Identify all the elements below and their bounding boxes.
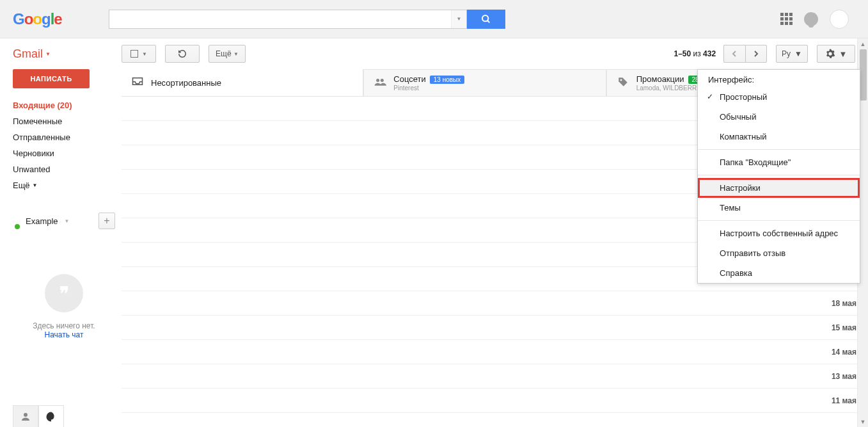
notifications-icon[interactable] [804, 12, 818, 26]
nav-list: Входящие (20) Помеченные Отправленные Че… [13, 97, 115, 193]
custom-address-menu-item[interactable]: Настроить собственный адрес [698, 223, 860, 243]
hangouts-tab[interactable] [38, 405, 64, 427]
refresh-icon [178, 49, 187, 58]
hangouts-icon: ❞ [45, 274, 83, 312]
content: Несортированные Соцсети13 новых Pinteres… [122, 69, 868, 427]
contacts-tab[interactable] [13, 405, 38, 427]
select-all-button[interactable]: ▼ [122, 45, 156, 63]
svg-point-0 [482, 15, 488, 21]
toolbar-right: 1–50 из 432 Ру▼ ▼ [674, 45, 868, 63]
bottom-tabs [13, 405, 64, 427]
hangouts-header: Example ▼ + [13, 213, 115, 229]
density-comfortable[interactable]: Просторный [698, 87, 860, 107]
search-options-dropdown[interactable]: ▼ [451, 10, 466, 28]
email-row[interactable]: 11 мая [122, 389, 868, 413]
account-avatar[interactable] [830, 10, 849, 29]
search-box: ▼ [109, 10, 467, 29]
dropdown-header: Интерфейс: [698, 70, 860, 87]
hangouts-chat-icon [45, 411, 57, 423]
tag-icon [616, 76, 630, 90]
scroll-up-icon[interactable]: ▲ [858, 38, 868, 49]
nav-starred[interactable]: Помеченные [13, 113, 115, 129]
settings-menu-item[interactable]: Настройки [698, 178, 860, 198]
gmail-label[interactable]: Gmail▼ [13, 47, 122, 61]
refresh-button[interactable] [165, 45, 200, 63]
email-row[interactable]: 14 мая [122, 340, 868, 364]
compose-button[interactable]: НАПИСАТЬ [13, 69, 90, 88]
email-row[interactable]: 15 мая [122, 316, 868, 340]
nav-more[interactable]: Ещё ▼ [13, 177, 115, 193]
nav-unwanted[interactable]: Unwanted [13, 161, 115, 177]
scroll-down-icon[interactable]: ▼ [858, 416, 868, 427]
pager-prev-button[interactable] [723, 45, 745, 63]
svg-point-4 [381, 79, 384, 82]
hangouts-empty-text: Здесь ничего нет. [13, 321, 115, 330]
gear-icon [825, 49, 835, 59]
input-language-button[interactable]: Ру▼ [776, 45, 808, 63]
nav-sent[interactable]: Отправленные [13, 129, 115, 145]
hangouts-user[interactable]: Example ▼ [13, 216, 93, 226]
email-row[interactable]: 18 мая [122, 291, 868, 316]
send-feedback-menu-item[interactable]: Отправить отзыв [698, 243, 860, 263]
svg-point-3 [376, 79, 379, 82]
density-compact[interactable]: Компактный [698, 127, 860, 147]
svg-line-1 [487, 20, 489, 22]
search-wrap: ▼ [109, 10, 505, 29]
tab-social[interactable]: Соцсети13 новых Pinterest [363, 69, 606, 96]
configure-inbox[interactable]: Папка "Входящие" [698, 152, 860, 172]
person-icon [20, 411, 31, 423]
inbox-icon [130, 77, 145, 88]
apps-icon[interactable] [780, 13, 793, 25]
density-cozy[interactable]: Обычный [698, 107, 860, 127]
header-right [780, 10, 855, 29]
settings-gear-button[interactable]: ▼ [817, 45, 855, 63]
search-input[interactable] [109, 10, 451, 28]
svg-point-2 [24, 413, 28, 417]
search-button[interactable] [467, 10, 505, 29]
hangouts-empty: ❞ Здесь ничего нет. Начать чат [13, 274, 115, 339]
more-button[interactable]: Ещё ▼ [209, 45, 246, 63]
presence-dot [15, 224, 20, 229]
svg-point-5 [620, 79, 622, 81]
pager-text: 1–50 из 432 [674, 49, 716, 58]
toolbar: Gmail▼ ▼ Ещё ▼ 1–50 из 432 Ру▼ ▼ [0, 38, 868, 69]
settings-dropdown: Интерфейс: Просторный Обычный Компактный… [697, 69, 860, 284]
nav-inbox[interactable]: Входящие (20) [13, 97, 115, 113]
chevron-left-icon [732, 51, 738, 57]
hangouts-start-chat[interactable]: Начать чат [13, 330, 115, 339]
tab-primary[interactable]: Несортированные [122, 69, 363, 96]
people-icon [373, 77, 387, 89]
checkbox-icon [130, 50, 138, 58]
help-menu-item[interactable]: Справка [698, 263, 860, 283]
chevron-right-icon [753, 51, 759, 57]
email-row[interactable]: 13 мая [122, 364, 868, 389]
nav-drafts[interactable]: Черновики [13, 145, 115, 161]
sidebar: НАПИСАТЬ Входящие (20) Помеченные Отправ… [0, 69, 122, 427]
themes-menu-item[interactable]: Темы [698, 198, 860, 218]
scroll-thumb[interactable] [860, 49, 867, 101]
google-header: Google ▼ [0, 0, 868, 38]
hangouts-add-button[interactable]: + [99, 213, 115, 229]
google-logo[interactable]: Google [13, 10, 109, 28]
search-icon [481, 14, 491, 24]
pager-next-button[interactable] [745, 45, 767, 63]
